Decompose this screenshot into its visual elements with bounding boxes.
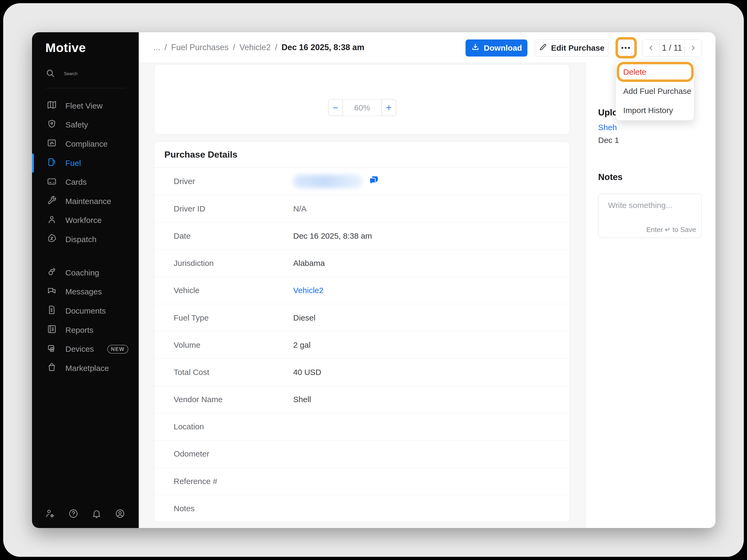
table-row: Vehicle Vehicle2 bbox=[154, 277, 570, 304]
page-indicator: 1 / 11 bbox=[660, 40, 685, 56]
row-label: Odometer bbox=[174, 449, 293, 458]
row-value: Alabama bbox=[293, 259, 325, 268]
edit-purchase-label: Edit Purchase bbox=[551, 44, 604, 53]
row-value: Diesel bbox=[293, 313, 315, 322]
purchase-details-card: Purchase Details Driver Driver ID N/A Da… bbox=[154, 141, 570, 522]
report-icon bbox=[47, 324, 57, 336]
sidebar-item-documents[interactable]: Documents bbox=[32, 301, 139, 321]
row-value: 40 USD bbox=[293, 368, 321, 377]
help-icon[interactable] bbox=[68, 508, 79, 520]
fuel-pump-icon bbox=[47, 157, 57, 169]
row-label: Fuel Type bbox=[174, 313, 293, 322]
whistle-icon bbox=[47, 267, 57, 279]
sidebar-item-label: Devices bbox=[66, 345, 94, 354]
account-icon[interactable] bbox=[115, 508, 125, 520]
sidebar-item-label: Workforce bbox=[66, 216, 102, 225]
menu-item-delete[interactable]: Delete bbox=[616, 62, 694, 82]
sidebar-item-messages[interactable]: Messages bbox=[32, 283, 139, 301]
page-title: Dec 16 2025, 8:38 am bbox=[281, 43, 364, 52]
sidebar-item-label: Documents bbox=[66, 306, 106, 316]
breadcrumb-separator: / bbox=[275, 43, 278, 52]
message-driver-icon[interactable] bbox=[368, 175, 379, 188]
sidebar-item-label: Reports bbox=[66, 326, 93, 335]
table-row: Reference # bbox=[154, 468, 570, 495]
edit-purchase-button[interactable]: Edit Purchase bbox=[535, 39, 609, 56]
person-icon bbox=[47, 214, 57, 226]
breadcrumb-separator: / bbox=[233, 43, 235, 52]
download-label: Download bbox=[484, 44, 522, 53]
top-bar: ... / Fuel Purchases / Vehicle2 / Dec 16… bbox=[139, 32, 716, 63]
sidebar-item-reports[interactable]: Reports bbox=[32, 321, 139, 340]
sidebar: Motive Search Fleet View Safety Complian… bbox=[32, 32, 139, 528]
zoom-out-button[interactable]: − bbox=[328, 99, 343, 116]
sidebar-item-label: Messages bbox=[66, 287, 102, 296]
table-row: Driver bbox=[154, 168, 570, 195]
zoom-in-button[interactable]: + bbox=[382, 99, 396, 116]
sidebar-item-coaching[interactable]: Coaching bbox=[32, 263, 139, 283]
next-page-button[interactable]: › bbox=[685, 40, 702, 56]
vehicle-link[interactable]: Vehicle2 bbox=[293, 286, 323, 295]
sidebar-footer bbox=[32, 499, 139, 528]
row-label: Vendor Name bbox=[174, 395, 293, 404]
sidebar-item-devices[interactable]: Devices NEW bbox=[32, 340, 139, 359]
row-label: Reference # bbox=[174, 477, 293, 486]
chat-bubbles-icon bbox=[47, 286, 57, 298]
row-label: Location bbox=[174, 422, 293, 431]
download-button[interactable]: Download bbox=[466, 39, 527, 56]
sidebar-item-dispatch[interactable]: Dispatch bbox=[32, 230, 139, 249]
row-label: Driver ID bbox=[174, 204, 293, 213]
table-row: Location bbox=[154, 413, 570, 440]
menu-item-import-history[interactable]: Import History bbox=[616, 101, 694, 120]
row-label: Date bbox=[174, 232, 293, 241]
shield-icon bbox=[47, 119, 57, 131]
document-icon bbox=[47, 305, 57, 317]
breadcrumb-ellipsis[interactable]: ... bbox=[153, 43, 160, 52]
sidebar-item-marketplace[interactable]: Marketplace bbox=[32, 359, 139, 378]
sidebar-item-label: Compliance bbox=[66, 139, 107, 149]
credit-card-icon bbox=[47, 176, 57, 188]
sidebar-item-label: Cards bbox=[66, 178, 87, 187]
sidebar-item-label: Coaching bbox=[66, 268, 99, 277]
table-row: Volume 2 gal bbox=[154, 331, 570, 358]
dispatch-icon bbox=[47, 233, 57, 245]
upload-heading: Uplo bbox=[598, 107, 618, 117]
uploader-link[interactable]: Sheh bbox=[598, 123, 617, 132]
sidebar-item-label: Marketplace bbox=[66, 364, 109, 373]
notes-editor: Enter ↵ to Save bbox=[598, 194, 702, 238]
breadcrumb-vehicle[interactable]: Vehicle2 bbox=[239, 43, 271, 52]
sidebar-item-search[interactable]: Search bbox=[45, 68, 78, 80]
sidebar-item-label: Fleet View bbox=[66, 101, 103, 110]
table-row: Vendor Name Shell bbox=[154, 386, 570, 413]
row-label: Jurisdiction bbox=[174, 259, 293, 268]
row-value: N/A bbox=[293, 204, 307, 213]
row-value: 2 gal bbox=[293, 341, 311, 350]
sidebar-item-maintenance[interactable]: Maintenance bbox=[32, 192, 139, 211]
row-label: Vehicle bbox=[174, 286, 293, 295]
receipt-preview-card: − 60% + bbox=[154, 64, 570, 135]
breadcrumb: ... / Fuel Purchases / Vehicle2 / Dec 16… bbox=[153, 32, 364, 63]
table-row: Odometer bbox=[154, 440, 570, 468]
breadcrumb-fuel-purchases[interactable]: Fuel Purchases bbox=[171, 43, 228, 52]
admin-users-icon[interactable] bbox=[45, 508, 55, 520]
sidebar-item-label: Safety bbox=[66, 120, 88, 129]
sidebar-nav-secondary: Coaching Messages Documents Reports Devi… bbox=[32, 263, 139, 378]
upload-date: Dec 1 bbox=[598, 136, 619, 145]
menu-item-add-fuel-purchase[interactable]: Add Fuel Purchase bbox=[616, 82, 694, 101]
row-label: Total Cost bbox=[174, 368, 293, 377]
sidebar-item-fleet-view[interactable]: Fleet View bbox=[32, 96, 139, 115]
sidebar-item-safety[interactable]: Safety bbox=[32, 115, 139, 135]
more-actions-button[interactable]: ••• bbox=[618, 39, 635, 56]
sidebar-item-workforce[interactable]: Workforce bbox=[32, 211, 139, 230]
sidebar-item-compliance[interactable]: Compliance bbox=[32, 134, 139, 154]
zoom-level: 60% bbox=[343, 99, 382, 116]
notes-input[interactable] bbox=[598, 194, 701, 223]
row-label: Volume bbox=[174, 341, 293, 350]
notes-heading: Notes bbox=[598, 172, 623, 182]
search-icon bbox=[45, 68, 55, 79]
table-row: Date Dec 16 2025, 8:38 am bbox=[154, 222, 570, 249]
sidebar-item-fuel[interactable]: Fuel bbox=[32, 154, 139, 173]
bell-icon[interactable] bbox=[91, 508, 102, 520]
prev-page-button[interactable]: ‹ bbox=[642, 40, 660, 56]
sidebar-item-cards[interactable]: Cards bbox=[32, 172, 139, 192]
details-rows: Driver Driver ID N/A Date Dec 16 2025, 8… bbox=[154, 168, 570, 522]
